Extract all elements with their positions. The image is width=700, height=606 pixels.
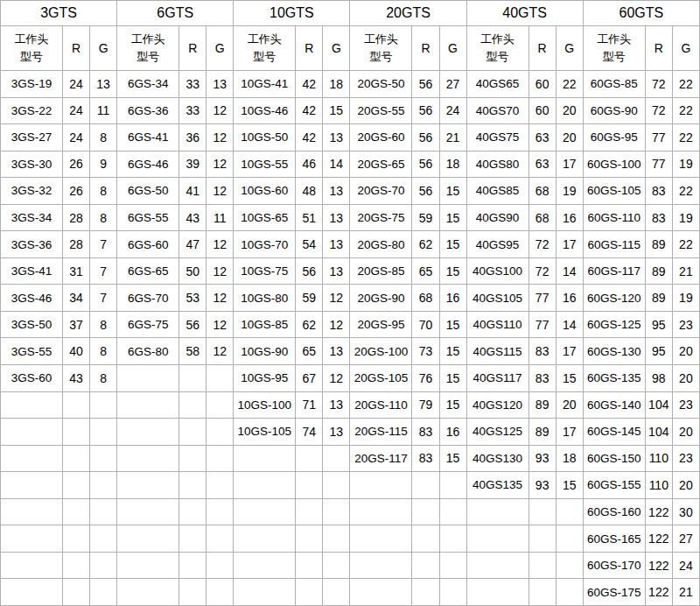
cell-model [1,472,63,499]
cell-model: 6GS-46 [117,151,179,178]
cell-model: 60GS-130 [583,338,645,365]
cell-g [206,365,234,392]
cell-r: 77 [528,285,556,312]
cell-r [412,498,439,525]
cell-r [412,525,439,553]
cell-model: 3GS-34 [1,204,63,231]
cell-r: 58 [179,338,206,365]
group-header-6gts: 6GTS [117,1,234,26]
cell-g: 8 [90,124,117,152]
cell-r: 68 [528,178,556,205]
cell-g [556,525,583,553]
cell-g [323,472,350,499]
cell-model [234,445,296,472]
cell-r [63,498,90,525]
cell-model: 40GS95 [466,231,528,258]
cell-model: 6GS-36 [117,97,179,124]
cell-g: 12 [206,124,234,152]
cell-r: 65 [412,257,439,285]
cell-model: 20GS-75 [350,204,412,231]
cell-r: 48 [296,178,323,205]
cell-r: 83 [528,365,556,392]
cell-r: 89 [645,285,672,312]
cell-model: 60GS-110 [583,204,645,231]
cell-g [439,579,466,606]
cell-model [1,419,63,446]
cell-r: 68 [528,204,556,231]
group-header-20gts: 20GTS [350,1,466,26]
cell-model: 20GS-90 [350,285,412,312]
cell-g: 11 [206,204,234,231]
cell-r: 89 [528,391,556,419]
cell-model: 60GS-105 [583,178,645,205]
cell-r: 43 [179,204,206,231]
cell-g: 16 [556,204,583,231]
cell-r: 70 [412,311,439,338]
cell-r: 110 [645,445,672,472]
cell-g: 19 [672,151,699,178]
cell-r: 93 [528,472,556,499]
cell-g: 15 [556,365,583,392]
cell-r: 83 [412,419,439,446]
cell-r [296,525,323,553]
cell-r [179,579,206,606]
cell-r: 71 [296,391,323,419]
cell-g: 20 [672,419,699,446]
cell-g: 12 [323,311,350,338]
cell-r: 46 [296,151,323,178]
cell-g: 19 [672,285,699,312]
cell-model: 10GS-50 [234,124,296,152]
cell-r [296,472,323,499]
cell-model: 6GS-41 [117,124,179,152]
cell-g [439,498,466,525]
cell-g: 8 [90,178,117,205]
cell-model: 40GS90 [466,204,528,231]
cell-g: 18 [439,151,466,178]
cell-model: 20GS-80 [350,231,412,258]
cell-model: 6GS-34 [117,71,179,98]
cell-model: 60GS-90 [583,97,645,124]
cell-r [179,365,206,392]
cell-model: 10GS-105 [234,419,296,446]
table-row: 60GS-16012230 [1,498,700,525]
cell-g: 12 [206,231,234,258]
cell-g: 8 [90,338,117,365]
cell-g [90,525,117,553]
cell-g: 17 [556,231,583,258]
cell-g: 20 [556,391,583,419]
cell-r [63,445,90,472]
table-row: 3GS-362876GS-60471210GS-70541320GS-80621… [1,231,700,258]
cell-model: 10GS-85 [234,311,296,338]
cell-r: 60 [528,97,556,124]
cell-g: 21 [672,257,699,285]
cell-model [466,552,528,579]
cell-g: 17 [556,419,583,446]
cell-r: 47 [179,231,206,258]
cell-model: 3GS-55 [1,338,63,365]
cell-g [206,445,234,472]
cell-g: 16 [556,285,583,312]
cell-r [179,525,206,553]
cell-g: 27 [672,525,699,553]
cell-r: 93 [528,445,556,472]
cell-model: 20GS-117 [350,445,412,472]
cell-g: 12 [206,257,234,285]
table-row: 40GS135931560GS-15511020 [1,472,700,499]
cell-model: 40GS125 [466,419,528,446]
cell-model: 20GS-85 [350,257,412,285]
cell-g: 9 [90,151,117,178]
cell-model: 6GS-50 [117,178,179,205]
cell-g: 17 [556,151,583,178]
cell-model: 10GS-95 [234,365,296,392]
cell-r: 40 [63,338,90,365]
cell-g: 8 [90,204,117,231]
cell-model: 60GS-120 [583,285,645,312]
cell-g: 13 [323,204,350,231]
cell-r [412,472,439,499]
cell-r: 62 [412,231,439,258]
cell-model [1,445,63,472]
cell-model: 40GS85 [466,178,528,205]
cell-g: 7 [90,231,117,258]
cell-r: 42 [296,124,323,152]
cell-g: 17 [556,338,583,365]
